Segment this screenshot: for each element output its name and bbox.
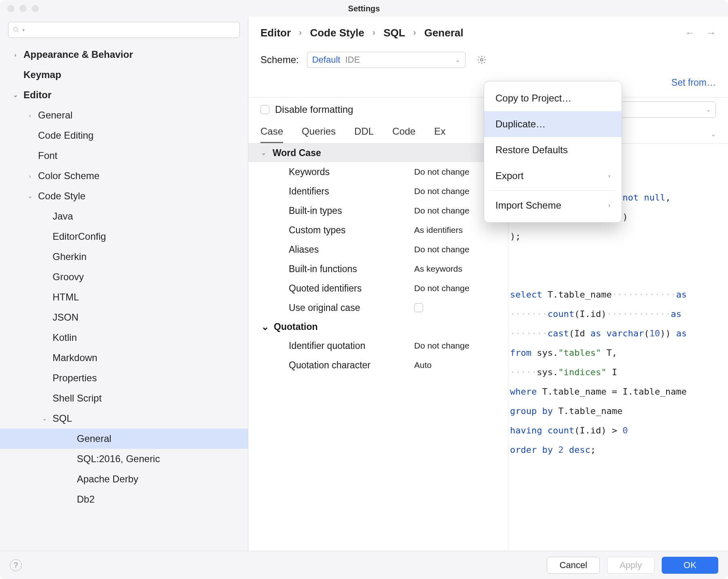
menu-item-copy-to-project-[interactable]: Copy to Project… — [484, 85, 622, 111]
sidebar-item-label: SQL — [53, 413, 72, 424]
chevron-right-icon: › — [372, 27, 375, 38]
setting-row-built-in-functions[interactable]: Built-in functionsAs keywords — [248, 259, 508, 279]
nav-forward-icon[interactable]: → — [706, 27, 716, 38]
preview-text: ; — [590, 445, 596, 455]
scheme-actions-button[interactable] — [474, 52, 490, 68]
setting-value: Do not change — [414, 206, 470, 216]
sidebar-item-groovy[interactable]: ›Groovy — [0, 267, 248, 287]
setting-value: Do not change — [414, 245, 470, 254]
sidebar-item-color-scheme[interactable]: ›Color Scheme — [0, 166, 248, 186]
sidebar-item-label: EditorConfig — [53, 231, 106, 242]
sidebar-item-gherkin[interactable]: ›Gherkin — [0, 247, 248, 267]
setting-row-custom-types[interactable]: Custom typesAs identifiers — [248, 220, 508, 240]
setting-row-identifier-quotation[interactable]: Identifier quotationDo not change — [248, 336, 508, 355]
tab-ddl[interactable]: DDL — [354, 126, 374, 143]
preview-text: having — [510, 425, 548, 435]
scheme-name: Default — [312, 55, 341, 65]
menu-item-duplicate-[interactable]: Duplicate… — [484, 111, 622, 137]
use-original-case-checkbox[interactable] — [414, 303, 423, 312]
chevron-right-icon: › — [413, 27, 416, 38]
tab-expressions[interactable]: Ex — [434, 126, 445, 143]
setting-row-identifiers[interactable]: IdentifiersDo not change — [248, 182, 508, 201]
setting-value: As identifiers — [414, 225, 463, 235]
tab-code[interactable]: Code — [392, 126, 415, 143]
whitespace-dots: ····· — [510, 367, 537, 377]
sidebar-item-label: Kotlin — [53, 332, 77, 343]
ok-button[interactable]: OK — [662, 557, 718, 574]
preview-text: count — [548, 309, 574, 319]
sidebar-item-appearance-behavior[interactable]: ›Appearance & Behavior — [0, 44, 248, 65]
chevron-right-icon: › — [11, 51, 19, 58]
sidebar-item-label: Groovy — [53, 271, 84, 283]
crumb-0[interactable]: Editor — [260, 27, 291, 39]
menu-item-import-scheme[interactable]: Import Scheme› — [484, 192, 622, 218]
sidebar-item-general[interactable]: ›General — [0, 105, 248, 125]
sidebar-item-label: General — [77, 433, 111, 444]
crumb-2[interactable]: SQL — [383, 27, 405, 39]
apply-button[interactable]: Apply — [607, 557, 654, 574]
preview-text: from — [510, 348, 537, 358]
setting-row-built-in-types[interactable]: Built-in typesDo not change — [248, 201, 508, 220]
sidebar-item-keymap[interactable]: ›Keymap — [0, 65, 248, 85]
tabs-overflow-icon[interactable]: ⌄ — [711, 131, 716, 137]
sidebar-item-properties[interactable]: ›Properties — [0, 368, 248, 388]
sidebar-item-html[interactable]: ›HTML — [0, 287, 248, 307]
cancel-button[interactable]: Cancel — [547, 557, 599, 574]
tab-queries[interactable]: Queries — [302, 126, 336, 143]
setting-value: As keywords — [414, 264, 462, 274]
preview-text: 2 — [558, 445, 569, 455]
scheme-row: Scheme: Default IDE ⌄ — [248, 49, 728, 71]
search-input[interactable]: ▾ — [8, 22, 240, 38]
sidebar-item-sql-2016-generic[interactable]: ›SQL:2016, Generic — [0, 449, 248, 469]
disable-formatting-checkbox[interactable] — [260, 105, 269, 114]
group-quotation[interactable]: ⌄ Quotation — [248, 317, 508, 336]
preview-text: "indices" — [558, 367, 606, 377]
setting-row-keywords[interactable]: KeywordsDo not change — [248, 162, 508, 182]
settings-tree[interactable]: ›Appearance & Behavior›Keymap⌄Editor›Gen… — [0, 42, 248, 551]
setting-row-quotation-character[interactable]: Quotation characterAuto — [248, 355, 508, 375]
preview-text: sys. — [537, 348, 558, 358]
whitespace-dots: ······· — [510, 328, 548, 338]
help-button[interactable]: ? — [10, 559, 22, 571]
tab-case[interactable]: Case — [260, 126, 283, 143]
sidebar-item-code-editing[interactable]: ›Code Editing — [0, 125, 248, 146]
whitespace-dots: ············ — [612, 290, 676, 300]
scheme-select[interactable]: Default IDE ⌄ — [307, 52, 466, 68]
sidebar-item-sql[interactable]: ⌄SQL — [0, 408, 248, 429]
set-from-link[interactable]: Set from… — [671, 77, 716, 88]
sidebar-item-general[interactable]: ›General — [0, 429, 248, 449]
chevron-down-icon: ⌄ — [26, 192, 34, 200]
setting-row-aliases[interactable]: AliasesDo not change — [248, 240, 508, 259]
menu-item-export[interactable]: Export› — [484, 163, 622, 189]
sidebar-item-markdown[interactable]: ›Markdown — [0, 348, 248, 368]
preview-text: cast — [548, 328, 569, 338]
sidebar-item-kotlin[interactable]: ›Kotlin — [0, 328, 248, 348]
preview-text: group by — [510, 406, 558, 416]
setting-label: Use original case — [289, 302, 414, 313]
sidebar-item-editor[interactable]: ⌄Editor — [0, 85, 248, 105]
sidebar-item-font[interactable]: ›Font — [0, 146, 248, 166]
crumb-1[interactable]: Code Style — [310, 27, 364, 39]
sidebar-item-editorconfig[interactable]: ›EditorConfig — [0, 226, 248, 247]
crumb-3[interactable]: General — [424, 27, 463, 39]
nav-back-icon[interactable]: ← — [685, 27, 695, 38]
preview-text: (Id — [569, 328, 590, 338]
sidebar-item-shell-script[interactable]: ›Shell Script — [0, 388, 248, 408]
sidebar-item-label: Code Editing — [38, 130, 93, 141]
svg-point-0 — [14, 27, 17, 31]
setting-label: Identifier quotation — [289, 340, 414, 351]
setting-row-quoted-identifiers[interactable]: Quoted identifiersDo not change — [248, 279, 508, 298]
sidebar-item-java[interactable]: ›Java — [0, 206, 248, 226]
sidebar-item-apache-derby[interactable]: ›Apache Derby — [0, 469, 248, 489]
menu-item-restore-defaults[interactable]: Restore Defaults — [484, 137, 622, 163]
setting-label: Aliases — [289, 244, 414, 255]
group-word-case[interactable]: ⌄ Word Case — [248, 144, 508, 162]
sidebar-item-code-style[interactable]: ⌄Code Style — [0, 186, 248, 206]
setting-row-use-original-case[interactable]: Use original case — [248, 298, 508, 317]
sidebar-item-json[interactable]: ›JSON — [0, 307, 248, 328]
sidebar-item-label: Shell Script — [53, 393, 102, 404]
preview-text: "tables" — [558, 348, 601, 358]
setting-value: Do not change — [414, 341, 470, 351]
menu-separator — [491, 190, 615, 191]
sidebar-item-db2[interactable]: ›Db2 — [0, 489, 248, 509]
